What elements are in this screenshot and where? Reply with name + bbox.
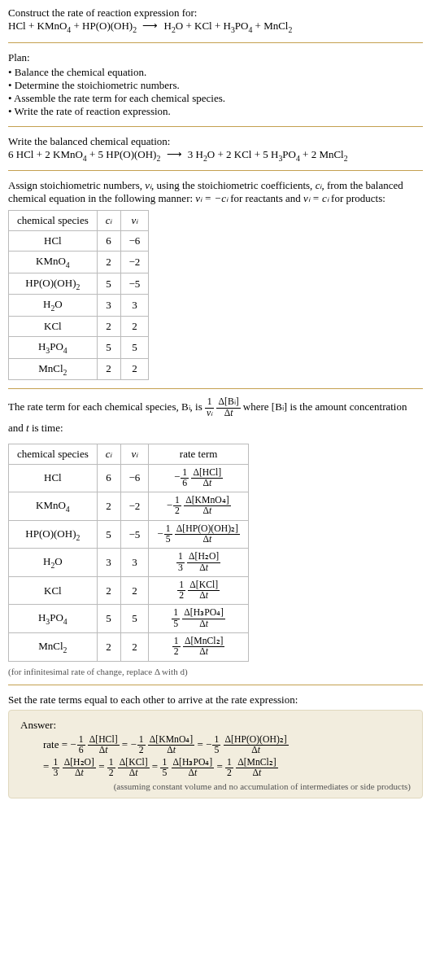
table-row: KCl 2 2 12 Δ[KCl]Δt xyxy=(9,576,249,605)
cell-c: 5 xyxy=(97,336,120,358)
eq-sep: = xyxy=(98,760,107,772)
cell-species: HP(O)(OH)2 xyxy=(9,520,98,549)
eq-sep: = xyxy=(216,760,225,772)
eq-sep: = xyxy=(43,760,52,772)
cell-rateterm: 12 Δ[KCl]Δt xyxy=(149,576,249,605)
stoich-section: Assign stoichiometric numbers, νᵢ, using… xyxy=(8,179,423,380)
balanced-lhs: 6 HCl + 2 KMnO4 + 5 HP(O)(OH)2 xyxy=(8,148,160,160)
plan-item: Balance the chemical equation. xyxy=(8,66,423,79)
balanced-rhs: 3 H2O + 2 KCl + 5 H3PO4 + 2 MnCl2 xyxy=(188,148,348,160)
text: Assign stoichiometric numbers, xyxy=(8,179,145,191)
text: for reactants and xyxy=(228,192,303,204)
unbalanced-equation: HCl + KMnO4 + HP(O)(OH)2 ⟶ H2O + KCl + H… xyxy=(8,20,423,34)
table-row: HCl 6 −6 −16 Δ[HCl]Δt xyxy=(9,464,249,492)
table-header-row: chemical species cᵢ νᵢ rate term xyxy=(9,444,249,464)
cell-c: 2 xyxy=(97,492,120,521)
balanced-heading: Write the balanced chemical equation: xyxy=(8,135,423,148)
divider xyxy=(8,170,423,171)
cell-nu: 3 xyxy=(120,295,149,317)
cell-c: 3 xyxy=(97,549,120,577)
col-c: cᵢ xyxy=(97,444,120,464)
rateterm-intro: The rate term for each chemical species,… xyxy=(8,397,423,438)
cell-nu: −2 xyxy=(120,252,149,273)
intro-section: Construct the rate of reaction expressio… xyxy=(8,7,423,34)
cell-nu: −2 xyxy=(120,492,149,521)
cell-species: HCl xyxy=(9,231,98,252)
final-heading: Set the rate terms equal to each other t… xyxy=(8,693,423,707)
plan-item: Determine the stoichiometric numbers. xyxy=(8,79,423,92)
rate-label: rate xyxy=(43,738,59,750)
cell-species: H2O xyxy=(9,295,98,317)
cell-c: 2 xyxy=(97,576,120,605)
col-c: cᵢ xyxy=(97,211,120,231)
table-row: HP(O)(OH)2 5 −5 −15 Δ[HP(O)(OH)₂]Δt xyxy=(9,520,249,549)
construct-text: Construct the rate of reaction expressio… xyxy=(8,7,423,20)
plan-section: Plan: Balance the chemical equation. Det… xyxy=(8,51,423,118)
arrow-icon: ⟶ xyxy=(167,148,182,161)
eq-sep: = xyxy=(198,738,207,750)
rate-expression-line2: = 13 Δ[H₂O]Δt = 12 Δ[KCl]Δt = 15 Δ[H₃PO₄… xyxy=(43,757,411,778)
cell-species: HP(O)(OH)2 xyxy=(9,273,98,295)
cell-c: 2 xyxy=(97,252,120,273)
cell-c: 5 xyxy=(97,520,120,549)
cell-rateterm: 15 Δ[H₃PO₄]Δt xyxy=(149,605,249,633)
cell-rateterm: 13 Δ[H₂O]Δt xyxy=(149,549,249,577)
nu-i: νᵢ xyxy=(145,179,151,191)
arrow-icon: ⟶ xyxy=(142,20,158,33)
assumption-note: (assuming constant volume and no accumul… xyxy=(20,781,411,791)
col-species: chemical species xyxy=(9,211,98,231)
divider xyxy=(8,685,423,685)
plan-list: Balance the chemical equation. Determine… xyxy=(8,66,423,118)
table-header-row: chemical species cᵢ νᵢ xyxy=(9,211,149,231)
cell-rateterm: 12 Δ[MnCl₂]Δt xyxy=(149,633,249,662)
eq-rhs: H2O + KCl + H3PO4 + MnCl2 xyxy=(164,20,293,32)
frac-1-over-nu: 1νᵢ xyxy=(205,397,214,418)
cell-species: HCl xyxy=(9,464,98,492)
cell-species: KMnO4 xyxy=(9,252,98,273)
stoich-table: chemical species cᵢ νᵢ HCl6−6 KMnO42−2 H… xyxy=(8,210,149,380)
table-row: KCl22 xyxy=(9,316,149,336)
frac-dBi-dt: Δ[Bᵢ]Δt xyxy=(216,397,240,418)
divider xyxy=(8,126,423,127)
cell-nu: 2 xyxy=(120,358,149,380)
relation-products: νᵢ = cᵢ xyxy=(303,192,329,204)
cell-nu: 2 xyxy=(120,316,149,336)
table-row: HCl6−6 xyxy=(9,231,149,252)
eq-sep: = xyxy=(122,738,131,750)
table-row: KMnO42−2 xyxy=(9,252,149,273)
cell-c: 2 xyxy=(97,633,120,662)
cell-c: 5 xyxy=(97,273,120,295)
cell-c: 2 xyxy=(97,316,120,336)
col-nu: νᵢ xyxy=(120,211,149,231)
cell-nu: −5 xyxy=(120,273,149,295)
balanced-section: Write the balanced chemical equation: 6 … xyxy=(8,135,423,163)
text: , using the stoichiometric coefficients, xyxy=(151,179,316,191)
cell-c: 3 xyxy=(97,295,120,317)
table-row: H2O 3 3 13 Δ[H₂O]Δt xyxy=(9,549,249,577)
cell-rateterm: −16 Δ[HCl]Δt xyxy=(149,464,249,492)
answer-box: Answer: rate = −16 Δ[HCl]Δt = −12 Δ[KMnO… xyxy=(8,710,423,799)
cell-species: KCl xyxy=(9,316,98,336)
table-row: HP(O)(OH)25−5 xyxy=(9,273,149,295)
cell-c: 2 xyxy=(97,358,120,380)
cell-c: 5 xyxy=(97,605,120,633)
col-species: chemical species xyxy=(9,444,98,464)
cell-species: KCl xyxy=(9,576,98,605)
cell-species: MnCl2 xyxy=(9,358,98,380)
balanced-equation: 6 HCl + 2 KMnO4 + 5 HP(O)(OH)2 ⟶ 3 H2O +… xyxy=(8,148,423,163)
table-row: H3PO455 xyxy=(9,336,149,358)
divider xyxy=(8,388,423,389)
cell-nu: 2 xyxy=(120,633,149,662)
eq-sep: = xyxy=(62,738,71,750)
stoich-intro: Assign stoichiometric numbers, νᵢ, using… xyxy=(8,179,423,205)
cell-c: 6 xyxy=(97,231,120,252)
cell-nu: −6 xyxy=(120,231,149,252)
rateterm-section: The rate term for each chemical species,… xyxy=(8,397,423,676)
cell-species: KMnO4 xyxy=(9,492,98,521)
text: is time: xyxy=(29,422,63,434)
table-row: H3PO4 5 5 15 Δ[H₃PO₄]Δt xyxy=(9,605,249,633)
text: for products: xyxy=(329,192,385,204)
cell-species: MnCl2 xyxy=(9,633,98,662)
divider xyxy=(8,42,423,43)
table-row: MnCl2 2 2 12 Δ[MnCl₂]Δt xyxy=(9,633,249,662)
